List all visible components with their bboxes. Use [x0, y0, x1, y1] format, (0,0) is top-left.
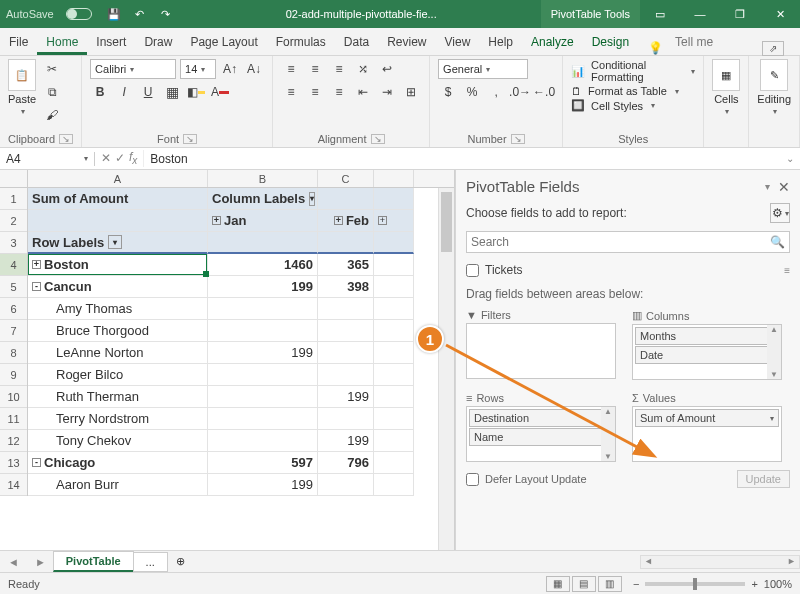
tab-draw[interactable]: Draw	[135, 29, 181, 55]
align-middle-icon[interactable]: ≡	[305, 59, 325, 79]
value-field-pill[interactable]: Sum of Amount▾	[635, 409, 779, 427]
page-break-view-icon[interactable]: ▥	[598, 576, 622, 592]
expand-icon[interactable]: +	[378, 216, 387, 225]
font-dialog-launcher[interactable]: ↘	[183, 134, 197, 144]
area-scrollbar[interactable]: ▲▼	[767, 325, 781, 379]
cell[interactable]: Terry Nordstrom	[28, 408, 208, 430]
copy-icon[interactable]: ⧉	[42, 82, 62, 102]
zoom-out-icon[interactable]: −	[633, 578, 639, 590]
cell[interactable]	[374, 430, 414, 452]
share-button[interactable]: ⇗	[746, 41, 800, 55]
cell[interactable]	[374, 386, 414, 408]
sheet-tab-more[interactable]: ...	[133, 552, 168, 572]
tab-data[interactable]: Data	[335, 29, 378, 55]
percent-style-icon[interactable]: %	[462, 82, 482, 102]
cell[interactable]: +	[374, 210, 414, 232]
tab-home[interactable]: Home	[37, 29, 87, 55]
rows-dropzone[interactable]: Destination▾ Name▾ ▲▼	[466, 406, 616, 462]
cell[interactable]	[374, 276, 414, 298]
cell[interactable]: 365	[318, 254, 374, 276]
cell[interactable]	[208, 320, 318, 342]
tab-analyze[interactable]: Analyze	[522, 29, 583, 55]
cancel-formula-icon[interactable]: ✕	[101, 151, 111, 165]
cell[interactable]: Amy Thomas	[28, 298, 208, 320]
fx-icon[interactable]: fx	[129, 150, 137, 166]
cell[interactable]: 1460	[208, 254, 318, 276]
cell[interactable]	[318, 232, 374, 254]
ribbon-display-icon[interactable]: ▭	[640, 0, 680, 28]
field-search-input[interactable]	[471, 235, 770, 249]
number-format-combo[interactable]: General▾	[438, 59, 528, 79]
cell[interactable]: 199	[208, 474, 318, 496]
cell[interactable]	[374, 254, 414, 276]
col-header-a[interactable]: A	[28, 170, 208, 187]
font-color-button[interactable]: A	[210, 82, 230, 102]
paste-button[interactable]: 📋 Paste ▾	[8, 59, 36, 116]
values-dropzone[interactable]: Sum of Amount▾	[632, 406, 782, 462]
tab-view[interactable]: View	[436, 29, 480, 55]
cell[interactable]	[208, 364, 318, 386]
tell-me[interactable]: Tell me	[666, 29, 722, 55]
col-header-c[interactable]: C	[318, 170, 374, 187]
row-header[interactable]: 14	[0, 474, 27, 496]
row-header[interactable]: 4	[0, 254, 27, 276]
row-header[interactable]: 9	[0, 364, 27, 386]
orientation-icon[interactable]: ⤮	[353, 59, 373, 79]
cell[interactable]	[208, 386, 318, 408]
tab-review[interactable]: Review	[378, 29, 435, 55]
filters-dropzone[interactable]	[466, 323, 616, 379]
sheet-nav-next-icon[interactable]: ►	[27, 556, 54, 568]
cell[interactable]	[374, 298, 414, 320]
cell[interactable]: 597	[208, 452, 318, 474]
field-menu-icon[interactable]: ≡	[784, 265, 790, 276]
cell[interactable]	[208, 430, 318, 452]
row-header[interactable]: 10	[0, 386, 27, 408]
align-bottom-icon[interactable]: ≡	[329, 59, 349, 79]
align-top-icon[interactable]: ≡	[281, 59, 301, 79]
cell-styles-button[interactable]: 🔲Cell Styles▾	[571, 99, 695, 112]
row-field-pill[interactable]: Name▾	[469, 428, 613, 446]
font-size-combo[interactable]: 14▾	[180, 59, 216, 79]
row-header[interactable]: 3	[0, 232, 27, 254]
cell[interactable]	[374, 320, 414, 342]
select-all-corner[interactable]	[0, 170, 28, 187]
align-left-icon[interactable]: ≡	[281, 82, 301, 102]
cell[interactable]: Ruth Therman	[28, 386, 208, 408]
cell[interactable]: -Chicago	[28, 452, 208, 474]
cell[interactable]	[318, 474, 374, 496]
worksheet-grid[interactable]: A B C 1 2 3 4 5 6 7 8 9 10 11 12 13 14	[0, 170, 455, 550]
zoom-slider[interactable]	[645, 582, 745, 586]
cell[interactable]	[208, 408, 318, 430]
normal-view-icon[interactable]: ▦	[546, 576, 570, 592]
increase-font-icon[interactable]: A↑	[220, 59, 240, 79]
decrease-font-icon[interactable]: A↓	[244, 59, 264, 79]
redo-icon[interactable]: ↷	[158, 6, 174, 22]
underline-button[interactable]: U	[138, 82, 158, 102]
expand-icon[interactable]: -	[32, 458, 41, 467]
cell[interactable]: Bruce Thorgood	[28, 320, 208, 342]
save-icon[interactable]: 💾	[106, 6, 122, 22]
name-box[interactable]: A4▾	[0, 152, 95, 166]
column-field-pill[interactable]: Months▾	[635, 327, 779, 345]
cell[interactable]: LeAnne Norton	[28, 342, 208, 364]
row-header[interactable]: 11	[0, 408, 27, 430]
row-labels-filter-icon[interactable]: ▾	[108, 235, 122, 249]
row-field-pill[interactable]: Destination▾	[469, 409, 613, 427]
cell[interactable]: 199	[208, 342, 318, 364]
tab-file[interactable]: File	[0, 29, 37, 55]
cell[interactable]	[318, 188, 374, 210]
expand-formula-bar-icon[interactable]: ⌄	[780, 153, 800, 164]
cell[interactable]: 796	[318, 452, 374, 474]
autosave-toggle[interactable]	[66, 8, 92, 20]
cell[interactable]	[374, 452, 414, 474]
cell[interactable]: -Cancun	[28, 276, 208, 298]
cell[interactable]: Tony Chekov	[28, 430, 208, 452]
bold-button[interactable]: B	[90, 82, 110, 102]
defer-checkbox[interactable]	[466, 473, 479, 486]
cell[interactable]	[318, 298, 374, 320]
cell[interactable]	[318, 408, 374, 430]
new-sheet-icon[interactable]: ⊕	[168, 555, 193, 568]
restore-icon[interactable]: ❐	[720, 0, 760, 28]
close-icon[interactable]: ✕	[760, 0, 800, 28]
sheet-tab-pivottable[interactable]: PivotTable	[53, 551, 134, 572]
